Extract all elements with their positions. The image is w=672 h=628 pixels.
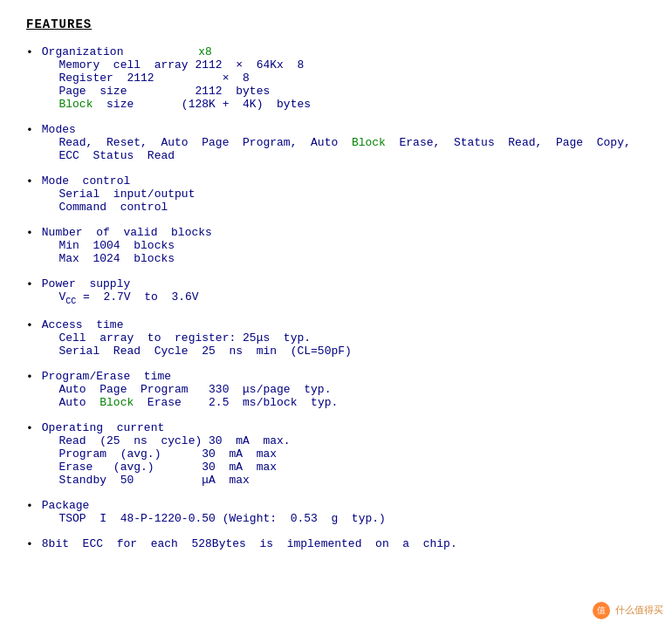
bullet-icon: • [26,319,33,332]
list-item: • Power supply VCC = 2.7V to 3.6V [26,277,646,306]
bullet-icon: • [26,371,33,384]
feature-detail: Read (25 ns cycle) 30 mA max. [42,434,646,447]
feature-program-erase-time: Program/Erase time Auto Page Program 330… [42,370,646,409]
feature-detail: Min 1004 blocks [42,239,646,252]
feature-organization: Organization x8 Memory cell array 2112 ×… [42,45,646,111]
bullet-icon: • [26,124,33,137]
list-item: • Number of valid blocks Min 1004 blocks… [26,226,646,265]
feature-label: Power supply [42,277,130,290]
feature-detail: Page size 2112 bytes [42,85,646,98]
feature-access-time: Access time Cell array to register: 25μs… [42,318,646,358]
watermark-text: 什么值得买 [615,604,663,615]
feature-detail: ECC Status Read [42,149,646,162]
feature-list: • Organization x8 Memory cell array 2112… [26,45,646,551]
feature-valid-blocks: Number of valid blocks Min 1004 blocks M… [42,226,646,265]
feature-detail: Auto Block Erase 2.5 ms/block typ. [42,396,646,409]
feature-detail: Auto Page Program 330 μs/page typ. [42,383,646,396]
feature-detail: Serial input/output [42,188,646,201]
feature-operating-current: Operating current Read (25 ns cycle) 30 … [42,421,646,487]
list-item: • Program/Erase time Auto Page Program 3… [26,370,646,409]
list-item: • Organization x8 Memory cell array 2112… [26,45,646,111]
list-item: • 8bit ECC for each 528Bytes is implemen… [26,537,646,551]
bullet-icon: • [26,46,33,59]
feature-label: Mode control [42,174,130,188]
feature-detail: Register 2112 × 8 [42,72,646,85]
feature-detail: TSOP I 48-P-1220-0.50 (Weight: 0.53 g ty… [42,512,646,525]
feature-detail: Memory cell array 2112 × 64Kx 8 [42,58,646,72]
feature-label: Operating current [42,421,164,434]
feature-mode-control: Mode control Serial input/output Command… [42,174,646,214]
list-item: • Operating current Read (25 ns cycle) 3… [26,421,646,487]
bullet-icon: • [26,227,33,240]
feature-ecc: 8bit ECC for each 528Bytes is implemente… [42,537,646,550]
feature-detail: Max 1024 blocks [42,252,646,265]
feature-detail: Program (avg.) 30 mA max [42,447,646,461]
feature-power-supply: Power supply VCC = 2.7V to 3.6V [42,277,646,306]
feature-label: Number of valid blocks [42,226,212,239]
feature-detail: Erase (avg.) 30 mA max [42,461,646,474]
watermark: 值 什么值得买 [593,602,663,619]
list-item: • Mode control Serial input/output Comma… [26,174,646,214]
feature-modes: Modes Read, Reset, Auto Page Program, Au… [42,123,646,162]
feature-detail: Command control [42,201,646,214]
feature-detail: Serial Read Cycle 25 ns min (CL=50pF) [42,345,646,358]
bullet-icon: • [26,500,33,513]
bullet-icon: • [26,278,33,291]
page-container: FEATURES • Organization x8 Memory cell a… [26,17,646,551]
feature-detail: Standby 50 μA max [42,474,646,487]
feature-detail: Read, Reset, Auto Page Program, Auto Blo… [42,136,646,149]
feature-label: Modes [42,123,76,136]
feature-detail: VCC = 2.7V to 3.6V [42,290,646,306]
list-item: • Access time Cell array to register: 25… [26,318,646,358]
feature-label: Package [42,499,90,512]
feature-detail: Block size (128K + 4K) bytes [42,98,646,111]
bullet-icon: • [26,538,33,551]
feature-detail: Cell array to register: 25μs typ. [42,331,646,345]
list-item: • Modes Read, Reset, Auto Page Program, … [26,123,646,162]
feature-detail: 8bit ECC for each 528Bytes is implemente… [42,537,457,550]
feature-value: x8 [130,45,212,58]
watermark-icon: 值 [593,602,610,619]
bullet-icon: • [26,175,33,188]
list-item: • Package TSOP I 48-P-1220-0.50 (Weight:… [26,499,646,525]
feature-label: Organization [42,45,124,58]
page-title: FEATURES [26,17,646,31]
feature-label: Access time [42,318,124,331]
feature-label: Program/Erase time [42,370,171,383]
feature-package: Package TSOP I 48-P-1220-0.50 (Weight: 0… [42,499,646,525]
bullet-icon: • [26,422,33,435]
